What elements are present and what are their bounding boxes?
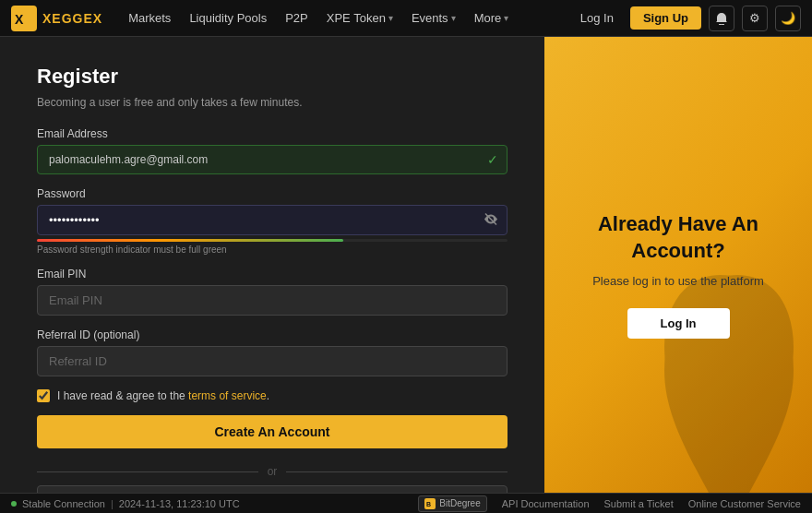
notifications-icon[interactable] bbox=[709, 6, 734, 31]
email-input-wrapper: ✓ bbox=[37, 145, 508, 174]
nav-actions: Log In Sign Up ⚙ 🌙 bbox=[571, 6, 801, 31]
bitdegree-icon: B bbox=[424, 498, 436, 509]
right-panel-content: Already Have An Account? Please log in t… bbox=[544, 193, 812, 356]
logo-text: XEGGEX bbox=[42, 11, 102, 26]
login-button[interactable]: Log In bbox=[571, 7, 623, 29]
terms-checkbox[interactable] bbox=[37, 389, 50, 402]
email-group: Email Address ✓ bbox=[37, 127, 508, 174]
pin-input[interactable] bbox=[37, 285, 508, 316]
right-login-button[interactable]: Log In bbox=[627, 308, 730, 339]
terms-link[interactable]: terms of service bbox=[188, 389, 267, 402]
right-panel: Already Have An Account? Please log in t… bbox=[544, 37, 812, 513]
register-subtitle: Becoming a user is free and only takes a… bbox=[37, 96, 508, 109]
settings-icon[interactable]: ⚙ bbox=[742, 6, 768, 31]
pin-label: Email PIN bbox=[37, 268, 508, 280]
nav-links: Markets Liquidity Pools P2P XPE Token▾ E… bbox=[121, 0, 571, 37]
right-title: Already Have An Account? bbox=[563, 211, 794, 264]
status-left: Stable Connection | 2024-11-13, 11:23:10… bbox=[11, 498, 240, 509]
bitdegree-badge: B BitDegree bbox=[418, 495, 486, 512]
referral-group: Referral ID (optional) bbox=[37, 328, 508, 376]
nav-xpe-token[interactable]: XPE Token▾ bbox=[319, 0, 400, 37]
nav-p2p[interactable]: P2P bbox=[278, 0, 316, 37]
password-group: Password Password strength indicator mus… bbox=[37, 187, 508, 255]
main-content: Register Becoming a user is free and onl… bbox=[0, 37, 812, 513]
terms-label: I have read & agree to the terms of serv… bbox=[57, 389, 269, 402]
right-subtitle: Please log in to use the platform bbox=[563, 274, 794, 288]
status-right: B BitDegree API Documentation Submit a T… bbox=[418, 495, 801, 512]
password-eye-icon[interactable] bbox=[484, 211, 498, 229]
password-strength-fill bbox=[37, 239, 343, 242]
nav-more[interactable]: More▾ bbox=[467, 0, 517, 37]
logo[interactable]: X XEGGEX bbox=[11, 6, 102, 31]
password-input-wrapper bbox=[37, 205, 508, 235]
password-hint: Password strength indicator must be full… bbox=[37, 245, 508, 255]
bitdegree-label: BitDegree bbox=[439, 498, 480, 508]
datetime-text: 2024-11-13, 11:23:10 UTC bbox=[119, 498, 240, 509]
connection-status-dot bbox=[11, 501, 17, 507]
svg-text:B: B bbox=[426, 501, 431, 507]
svg-text:X: X bbox=[15, 12, 24, 27]
navbar: X XEGGEX Markets Liquidity Pools P2P XPE… bbox=[0, 0, 812, 37]
referral-input[interactable] bbox=[37, 346, 508, 376]
register-title: Register bbox=[37, 65, 508, 89]
email-label: Email Address bbox=[37, 127, 508, 140]
referral-label: Referral ID (optional) bbox=[37, 328, 508, 341]
email-input[interactable] bbox=[37, 145, 508, 174]
status-bar: Stable Connection | 2024-11-13, 11:23:10… bbox=[0, 493, 812, 513]
connection-status-text: Stable Connection bbox=[22, 498, 105, 509]
nav-markets[interactable]: Markets bbox=[121, 0, 178, 37]
or-divider: or bbox=[37, 465, 508, 478]
signup-button[interactable]: Sign Up bbox=[630, 6, 701, 30]
pin-group: Email PIN bbox=[37, 268, 508, 316]
register-panel: Register Becoming a user is free and onl… bbox=[0, 37, 544, 513]
nav-events[interactable]: Events▾ bbox=[404, 0, 463, 37]
api-docs-link[interactable]: API Documentation bbox=[502, 498, 590, 509]
chat-link[interactable]: Online Customer Service bbox=[688, 498, 801, 509]
password-label: Password bbox=[37, 187, 508, 200]
dark-mode-icon[interactable]: 🌙 bbox=[775, 6, 801, 31]
nav-liquidity-pools[interactable]: Liquidity Pools bbox=[182, 0, 274, 37]
terms-row: I have read & agree to the terms of serv… bbox=[37, 389, 508, 402]
password-strength-bar bbox=[37, 239, 508, 242]
email-check-icon: ✓ bbox=[487, 152, 498, 167]
password-input[interactable] bbox=[37, 205, 508, 235]
submit-ticket-link[interactable]: Submit a Ticket bbox=[604, 498, 674, 509]
create-account-button[interactable]: Create An Account bbox=[37, 415, 508, 448]
logo-icon: X bbox=[11, 6, 37, 31]
